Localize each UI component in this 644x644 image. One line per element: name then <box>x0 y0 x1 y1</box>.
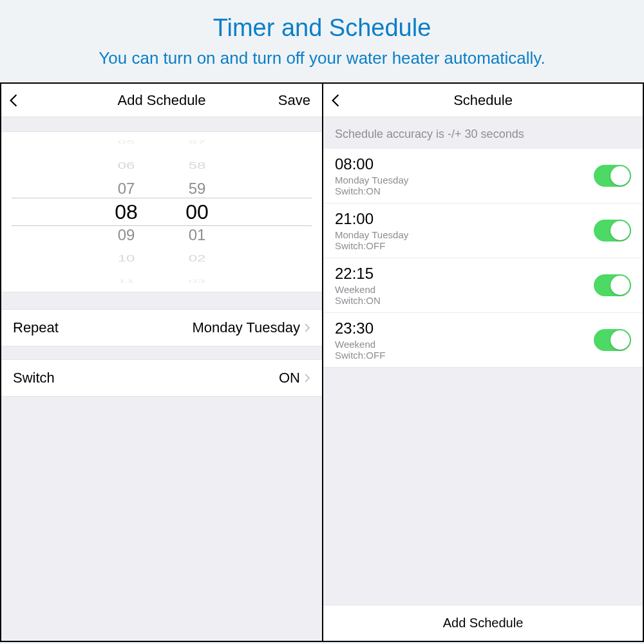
schedule-info: 23:30WeekendSwitch:OFF <box>335 319 594 361</box>
minute-wheel[interactable]: 57 58 59 00 01 02 03 <box>175 132 220 292</box>
schedule-item[interactable]: 22:15WeekendSwitch:ON <box>323 258 643 313</box>
schedule-days: Monday Tuesday <box>335 175 594 185</box>
phones-container: Add Schedule Save 05 06 07 08 09 10 11 5… <box>0 82 644 642</box>
chevron-left-icon <box>9 93 18 108</box>
schedule-item[interactable]: 08:00Monday TuesdaySwitch:ON <box>323 149 643 204</box>
hero: Timer and Schedule You can turn on and t… <box>0 0 644 82</box>
chevron-right-icon <box>304 373 310 383</box>
hero-subtitle: You can turn on and turn off your water … <box>0 48 644 68</box>
schedule-time: 08:00 <box>335 155 594 173</box>
switch-label: Switch <box>13 370 279 386</box>
time-picker[interactable]: 05 06 07 08 09 10 11 57 58 59 00 01 02 0… <box>1 131 322 292</box>
schedule-switch-text: Switch:OFF <box>335 350 594 361</box>
schedule-toggle[interactable] <box>594 220 631 242</box>
toggle-knob <box>611 166 630 185</box>
save-button[interactable]: Save <box>278 84 310 117</box>
toggle-knob <box>611 276 630 295</box>
schedule-time: 21:00 <box>335 210 594 228</box>
schedule-info: 22:15WeekendSwitch:ON <box>335 265 594 306</box>
navbar-schedule: Schedule <box>323 84 643 117</box>
page-title: Add Schedule <box>118 92 206 109</box>
chevron-right-icon <box>304 323 310 333</box>
phone-schedule-list: Schedule Schedule accuracy is -/+ 30 sec… <box>322 84 643 641</box>
back-button[interactable] <box>9 84 32 117</box>
schedule-toggle[interactable] <box>594 329 631 351</box>
schedule-toggle[interactable] <box>594 274 631 296</box>
phone-add-schedule: Add Schedule Save 05 06 07 08 09 10 11 5… <box>1 84 322 641</box>
back-button[interactable] <box>331 84 354 117</box>
navbar-add: Add Schedule Save <box>1 84 322 117</box>
schedule-time: 22:15 <box>335 265 594 283</box>
schedule-item[interactable]: 23:30WeekendSwitch:OFF <box>323 313 643 368</box>
accuracy-note: Schedule accuracy is -/+ 30 seconds <box>323 117 643 149</box>
toggle-knob <box>611 330 630 350</box>
repeat-value: Monday Tuesday <box>192 319 300 336</box>
schedule-list: 08:00Monday TuesdaySwitch:ON21:00Monday … <box>323 149 643 368</box>
hour-wheel[interactable]: 05 06 07 08 09 10 11 <box>104 132 149 292</box>
schedule-item[interactable]: 21:00Monday TuesdaySwitch:OFF <box>323 204 643 258</box>
schedule-toggle[interactable] <box>594 165 631 187</box>
repeat-label: Repeat <box>13 319 192 336</box>
schedule-switch-text: Switch:OFF <box>335 240 594 251</box>
chevron-left-icon <box>331 93 340 108</box>
schedule-switch-text: Switch:ON <box>335 295 594 306</box>
schedule-switch-text: Switch:ON <box>335 185 594 196</box>
switch-value: ON <box>279 370 300 386</box>
repeat-row[interactable]: Repeat Monday Tuesday <box>1 309 322 346</box>
toggle-knob <box>611 221 630 240</box>
schedule-days: Weekend <box>335 284 594 295</box>
page-title: Schedule <box>453 92 513 109</box>
schedule-info: 21:00Monday TuesdaySwitch:OFF <box>335 210 594 251</box>
schedule-info: 08:00Monday TuesdaySwitch:ON <box>335 155 594 196</box>
schedule-days: Weekend <box>335 339 594 350</box>
add-schedule-button[interactable]: Add Schedule <box>323 605 643 641</box>
switch-row[interactable]: Switch ON <box>1 359 322 397</box>
hero-title: Timer and Schedule <box>0 14 644 42</box>
schedule-time: 23:30 <box>335 319 594 337</box>
schedule-days: Monday Tuesday <box>335 229 594 240</box>
